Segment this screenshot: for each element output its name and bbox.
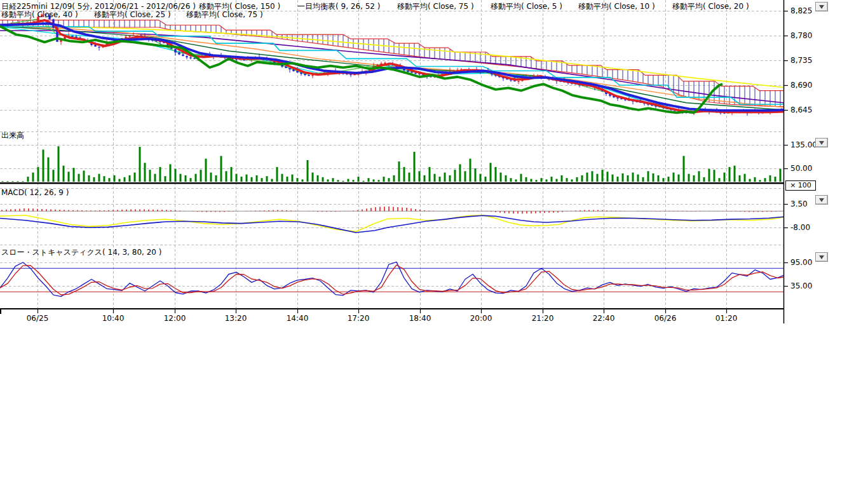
y-axis-label: 8,645 <box>790 105 812 114</box>
y-axis-label: 135.00 <box>790 140 817 149</box>
y-axis-label: -8.00 <box>790 223 810 232</box>
x-axis-label: 20:00 <box>470 314 492 323</box>
stochastics-panel <box>0 262 783 296</box>
legend-item: 移動平均( Close, 40 ) <box>1 10 78 20</box>
macd-panel-dropdown-button[interactable] <box>815 195 828 205</box>
y-axis-label: 3.50 <box>790 200 808 208</box>
macd-panel <box>0 207 783 233</box>
chevron-down-icon <box>819 198 824 202</box>
x-axis-label: 14:40 <box>287 314 309 323</box>
x-axis-label: 06/25 <box>27 314 49 323</box>
legend-item: 移動平均( Close, 10 ) <box>578 1 655 12</box>
legend-item: 移動平均( Close, 5 ) <box>491 1 562 12</box>
legend-item: 移動平均( Close, 75 ) <box>186 10 263 20</box>
y-axis-label: 8,735 <box>790 56 812 65</box>
x-axis-label: 06/26 <box>654 314 677 323</box>
chart-window: 06/2510:4012:0013:2014:4017:2018:4020:00… <box>0 0 868 488</box>
x-axis-label: 13:20 <box>225 314 247 323</box>
chevron-down-icon <box>819 141 824 145</box>
chart-plot-area[interactable]: 06/2510:4012:0013:2014:4017:2018:4020:00… <box>0 0 868 325</box>
x-axis-label: 10:40 <box>102 314 125 323</box>
chart-svg: 06/2510:4012:0013:2014:4017:2018:4020:00… <box>0 0 868 325</box>
volume-panel-dropdown-button[interactable] <box>815 138 828 147</box>
macd-signal-line <box>0 215 783 232</box>
volume-multiplier-badge: × 100 <box>785 180 816 191</box>
x-axis-label: 18:40 <box>409 314 431 323</box>
legend-item: 移動平均( Close, 20 ) <box>672 1 749 12</box>
legend-item: 移動平均( Close, 25 ) <box>94 10 171 20</box>
y-axis-label: 50.00 <box>790 164 812 173</box>
chevron-down-icon <box>819 255 824 259</box>
volume-panel-label: 出来高 <box>1 130 24 141</box>
chevron-down-icon <box>819 5 824 9</box>
legend-item: 移動平均( Close, 75 ) <box>397 1 474 12</box>
x-axis-label: 22:40 <box>593 314 615 323</box>
y-axis-label: 95.00 <box>790 258 812 267</box>
ma150-line <box>0 26 783 87</box>
macd-panel-label: MACD( 12, 26, 9 ) <box>1 188 69 197</box>
x-axis-label: 12:00 <box>164 314 186 323</box>
y-axis-label: 8,780 <box>790 31 812 40</box>
x-axis-label: 01:20 <box>715 314 738 323</box>
y-axis-label: 8,690 <box>790 81 812 90</box>
price-panel-dropdown-button[interactable] <box>815 2 828 11</box>
axes: 06/2510:4012:0013:2014:4017:2018:4020:00… <box>0 0 817 323</box>
stoch-panel-label: スロー・ストキャスティクス( 14, 3, 80, 20 ) <box>1 247 161 258</box>
stoch-panel-dropdown-button[interactable] <box>815 252 828 262</box>
x-axis-label: 21:20 <box>532 314 554 323</box>
moving-averages-back <box>0 19 783 112</box>
y-axis-label: 35.00 <box>790 281 812 290</box>
x-axis-label: 17:20 <box>348 314 370 323</box>
y-axis-label: 8,825 <box>790 6 812 15</box>
stoch-k-line <box>0 262 783 296</box>
volume-bars <box>2 146 782 182</box>
legend-item: 一目均衡表( 9, 26, 52 ) <box>297 1 380 12</box>
